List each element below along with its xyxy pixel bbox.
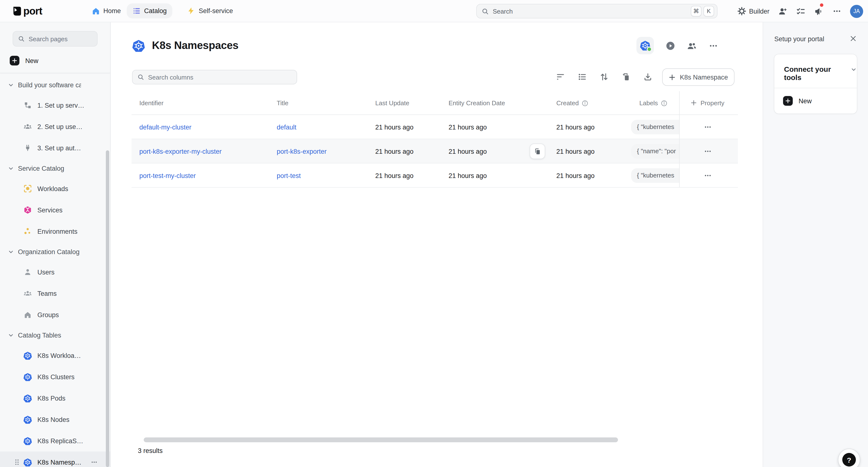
builder-button[interactable]: Builder bbox=[737, 7, 770, 15]
column-header-entity-creation-date[interactable]: Entity Creation Date bbox=[448, 91, 505, 115]
tasks-checklist-button[interactable] bbox=[796, 6, 805, 16]
sidebar-item-k8s-pods[interactable]: K8s Pods bbox=[0, 388, 110, 409]
search-columns[interactable] bbox=[132, 70, 297, 85]
plus-icon bbox=[10, 56, 20, 65]
sidebar-item-teams[interactable]: Teams bbox=[0, 283, 110, 304]
navbar-right-actions: Builder JA bbox=[737, 0, 863, 22]
row-more-options-button[interactable] bbox=[704, 171, 712, 179]
lightning-icon bbox=[187, 7, 195, 15]
sidebar-group-organization-catalog[interactable]: Organization Catalog bbox=[0, 242, 110, 261]
environments-dots-icon bbox=[23, 227, 32, 236]
sidebar-group-build-catalog[interactable]: Build your software catal… bbox=[0, 75, 110, 95]
play-demo-button[interactable] bbox=[665, 41, 675, 51]
status-indicator bbox=[647, 46, 652, 52]
entities-table: Identifier Title Last Update Entity Crea… bbox=[131, 91, 738, 188]
entity-identifier-link[interactable]: default-my-cluster bbox=[139, 124, 191, 131]
labels-chip[interactable]: { "name": "por bbox=[631, 144, 685, 159]
column-header-title[interactable]: Title bbox=[277, 91, 288, 115]
exporter-status-button[interactable] bbox=[637, 37, 654, 54]
global-search-input[interactable] bbox=[493, 7, 689, 15]
panel-new-button[interactable]: New bbox=[774, 88, 857, 113]
sidebar-scrollbar[interactable] bbox=[106, 150, 109, 467]
table-row[interactable]: port-test-my-cluster port-test 21 hours … bbox=[131, 163, 738, 188]
kubernetes-icon bbox=[23, 436, 32, 445]
filter-icon[interactable] bbox=[556, 72, 565, 81]
entity-creation-date-cell: 21 hours ago bbox=[448, 163, 487, 188]
sidebar-item-k8s-clusters[interactable]: K8s Clusters bbox=[0, 366, 110, 388]
entity-identifier-link[interactable]: port-test-my-cluster bbox=[139, 172, 196, 179]
question-mark-icon: ? bbox=[842, 453, 856, 467]
entity-title-link[interactable]: port-test bbox=[277, 172, 301, 179]
flow-icon bbox=[23, 101, 32, 110]
download-icon[interactable] bbox=[643, 72, 652, 81]
entity-identifier-link[interactable]: port-k8s-exporter-my-cluster bbox=[139, 148, 222, 155]
sidebar-group-service-catalog[interactable]: Service Catalog bbox=[0, 159, 110, 178]
more-options-button[interactable] bbox=[832, 6, 841, 16]
entity-title-link[interactable]: default bbox=[277, 124, 297, 131]
global-search[interactable]: ⌘ K bbox=[476, 4, 717, 19]
entity-title-link[interactable]: port-k8s-exporter bbox=[277, 148, 327, 155]
info-icon bbox=[661, 100, 668, 106]
table-row[interactable]: default-my-cluster default 21 hours ago … bbox=[131, 115, 738, 139]
page-more-options-button[interactable] bbox=[708, 41, 718, 51]
add-property-column: Property bbox=[679, 91, 738, 114]
workloads-cube-icon bbox=[23, 184, 32, 193]
port-logo[interactable]: port bbox=[12, 5, 42, 17]
duplicate-pages-icon[interactable] bbox=[621, 72, 630, 81]
announcements-megaphone-button[interactable] bbox=[814, 6, 823, 16]
sidebar-new-button[interactable]: New bbox=[0, 53, 110, 69]
drag-handle-icon[interactable] bbox=[14, 459, 19, 466]
created-cell: 21 hours ago bbox=[556, 139, 595, 163]
add-k8s-namespace-button[interactable]: K8s Namespace bbox=[662, 68, 735, 86]
toolbar-icons bbox=[556, 72, 652, 81]
permissions-users-button[interactable] bbox=[687, 41, 696, 51]
sidebar-item-groups[interactable]: Groups bbox=[0, 304, 110, 325]
plug-icon bbox=[23, 143, 32, 152]
nav-home[interactable]: Home bbox=[86, 3, 127, 19]
table-row[interactable]: port-k8s-exporter-my-cluster port-k8s-ex… bbox=[131, 139, 738, 163]
sidebar-item-setup-service[interactable]: 1. Set up serv… bbox=[0, 95, 110, 116]
plus-icon bbox=[783, 96, 793, 106]
close-icon[interactable] bbox=[849, 35, 857, 43]
horizontal-scrollbar[interactable] bbox=[144, 437, 618, 442]
user-avatar[interactable]: JA bbox=[850, 5, 863, 18]
sidebar-search[interactable] bbox=[12, 31, 98, 46]
sidebar-item-k8s-replicasets[interactable]: K8s ReplicaS… bbox=[0, 430, 110, 452]
search-columns-input[interactable] bbox=[148, 73, 292, 81]
labels-chip[interactable]: { "kubernetes bbox=[631, 120, 685, 134]
plus-icon bbox=[690, 99, 697, 106]
user-icon bbox=[23, 268, 32, 276]
sort-icon[interactable] bbox=[599, 72, 609, 81]
sidebar-item-workloads[interactable]: Workloads bbox=[0, 178, 110, 199]
column-header-created[interactable]: Created bbox=[556, 91, 589, 115]
sidebar-item-services[interactable]: Services bbox=[0, 199, 110, 221]
sidebar-group-catalog-tables[interactable]: Catalog Tables bbox=[0, 325, 110, 345]
copy-value-button[interactable] bbox=[530, 143, 545, 159]
add-property-button[interactable]: Property bbox=[690, 99, 724, 106]
column-header-last-update[interactable]: Last Update bbox=[375, 91, 409, 115]
home-icon bbox=[92, 7, 100, 15]
sidebar-item-users[interactable]: Users bbox=[0, 261, 110, 283]
sidebar-item-k8s-nodes[interactable]: K8s Nodes bbox=[0, 409, 110, 430]
connect-tools-toggle[interactable]: Connect your tools bbox=[774, 54, 857, 88]
item-more-options-icon[interactable] bbox=[91, 459, 98, 466]
row-actions-cell bbox=[679, 163, 738, 187]
sidebar-item-k8s-namespaces[interactable]: K8s Namesp… bbox=[0, 452, 110, 467]
row-more-options-button[interactable] bbox=[704, 123, 712, 131]
column-header-labels[interactable]: Labels bbox=[639, 91, 668, 115]
nav-self-service[interactable]: Self-service bbox=[181, 3, 239, 19]
kubernetes-icon bbox=[132, 39, 145, 52]
sidebar-item-setup-users[interactable]: 2. Set up use… bbox=[0, 116, 110, 137]
invite-user-button[interactable] bbox=[778, 6, 787, 16]
sidebar-item-setup-automations[interactable]: 3. Set up aut… bbox=[0, 137, 110, 159]
main-content: K8s Namespaces bbox=[111, 22, 763, 467]
column-header-identifier[interactable]: Identifier bbox=[139, 91, 164, 115]
team-icon bbox=[23, 289, 32, 298]
nav-catalog[interactable]: Catalog bbox=[127, 3, 173, 19]
sidebar-search-input[interactable] bbox=[29, 35, 92, 42]
row-more-options-button[interactable] bbox=[704, 147, 712, 155]
sidebar-item-k8s-workloads[interactable]: K8s Workloa… bbox=[0, 345, 110, 366]
labels-chip[interactable]: { "kubernetes bbox=[631, 168, 685, 183]
sidebar-item-environments[interactable]: Environments bbox=[0, 221, 110, 242]
group-by-icon[interactable] bbox=[578, 72, 587, 81]
